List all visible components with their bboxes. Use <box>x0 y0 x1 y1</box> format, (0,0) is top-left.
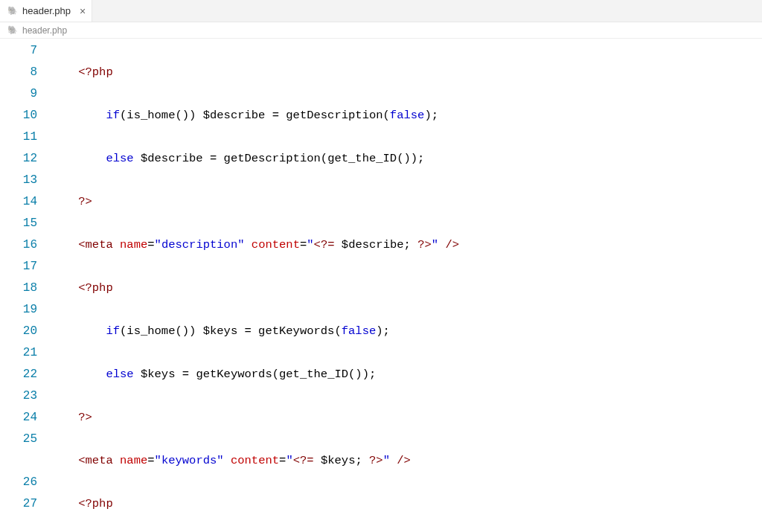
close-icon[interactable]: × <box>80 5 86 17</box>
code-line: ?> <box>51 407 762 429</box>
tab-header-php[interactable]: 🐘 header.php × <box>0 0 92 22</box>
code-line: if(is_home()) $keys = getKeywords(false)… <box>51 321 762 342</box>
code-line: else $keys = getKeywords(get_the_ID()); <box>51 364 762 385</box>
line-number-gutter: 7 8 9 10 11 12 13 14 15 16 17 18 19 20 2… <box>0 39 51 532</box>
tab-bar: 🐘 header.php × <box>0 0 762 22</box>
code-line: <?php <box>51 493 762 515</box>
php-file-icon: 🐘 <box>7 25 18 35</box>
code-line: <meta name="description" content="<?= $d… <box>51 234 762 256</box>
code-line: ?> <box>51 191 762 213</box>
code-line: else $describe = getDescription(get_the_… <box>51 148 762 170</box>
code-area[interactable]: 7 8 9 10 11 12 13 14 15 16 17 18 19 20 2… <box>0 39 762 532</box>
code-content[interactable]: <?php if(is_home()) $describe = getDescr… <box>51 39 762 532</box>
breadcrumb-bar: 🐘 header.php <box>0 22 762 39</box>
code-line: <meta name="keywords" content="<?= $keys… <box>51 450 762 472</box>
tab-filename: header.php <box>22 5 71 16</box>
editor-container: 🐘 header.php × 🐘 header.php 7 8 9 10 11 … <box>0 0 762 532</box>
code-line: <?php <box>51 278 762 299</box>
breadcrumb-filename: header.php <box>22 25 67 36</box>
code-line: <?php <box>51 62 762 83</box>
php-file-icon: 🐘 <box>7 6 18 16</box>
code-line: if(is_home()) $describe = getDescription… <box>51 105 762 126</box>
